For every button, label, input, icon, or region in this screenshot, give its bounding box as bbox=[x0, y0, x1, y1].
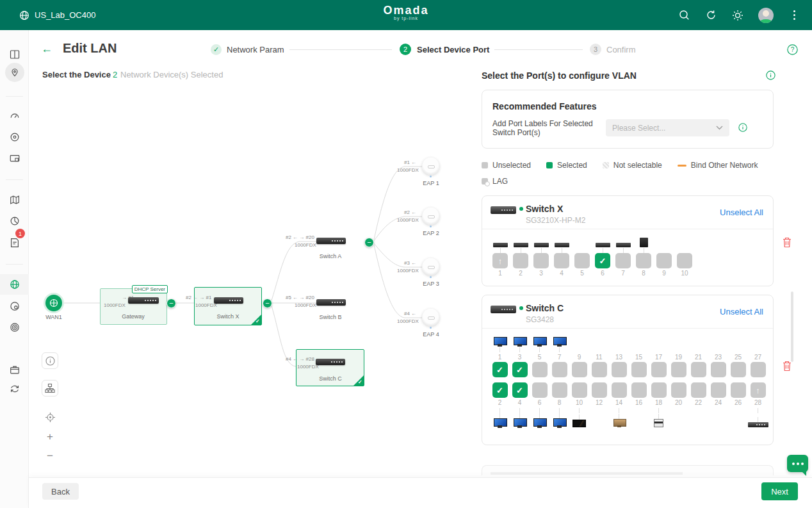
port-square-21[interactable] bbox=[691, 362, 706, 377]
port-number-6: 6 bbox=[592, 268, 613, 278]
port-square-10[interactable] bbox=[572, 382, 587, 398]
eap2-node[interactable] bbox=[422, 208, 439, 225]
site-selector[interactable]: US_Lab_OC400 bbox=[19, 0, 95, 30]
gateway-collapse-button[interactable]: − bbox=[166, 299, 176, 308]
switch-c-delete-icon[interactable] bbox=[782, 360, 792, 374]
port-square-7[interactable] bbox=[615, 253, 631, 268]
sidebar-item-toolbox[interactable] bbox=[0, 359, 29, 380]
brightness-icon[interactable] bbox=[731, 9, 744, 22]
logo-subtext: by tp-link bbox=[383, 16, 428, 20]
eap3-label: EAP 3 bbox=[422, 281, 440, 287]
next-button[interactable]: Next bbox=[761, 482, 798, 500]
feedback-chat-bubble[interactable] bbox=[787, 455, 808, 472]
port-square-25[interactable] bbox=[731, 362, 746, 377]
sidebar-item-clients[interactable] bbox=[0, 149, 29, 169]
port-square-3[interactable]: ✓ bbox=[512, 362, 528, 377]
sidebar-item-sync[interactable] bbox=[0, 379, 29, 399]
switch-x-collapse-button[interactable]: − bbox=[263, 299, 272, 308]
port-square-15[interactable] bbox=[631, 362, 647, 377]
wan-node[interactable] bbox=[45, 295, 62, 311]
refresh-icon[interactable] bbox=[704, 9, 717, 22]
port-labels-info-icon[interactable] bbox=[738, 123, 747, 135]
port-number-10: 10 bbox=[569, 398, 589, 407]
port-square-5[interactable] bbox=[574, 253, 590, 268]
port-square-11[interactable] bbox=[592, 362, 607, 377]
port-square-20[interactable] bbox=[671, 382, 686, 398]
back-arrow-icon[interactable]: ← bbox=[41, 42, 53, 56]
eap3-node[interactable] bbox=[422, 258, 439, 275]
sidebar-item-devices[interactable] bbox=[0, 127, 29, 147]
port-square-9[interactable] bbox=[656, 253, 672, 268]
port-number-1: 1 bbox=[490, 352, 510, 362]
sidebar-item-dashboard[interactable] bbox=[0, 106, 29, 126]
port-square-18[interactable] bbox=[651, 382, 667, 398]
port-square-17[interactable] bbox=[651, 362, 667, 377]
port-square-7[interactable] bbox=[552, 362, 567, 377]
port-square-8[interactable] bbox=[552, 382, 567, 398]
sidebar-item-map[interactable] bbox=[0, 190, 29, 210]
switch-a-device-image[interactable] bbox=[316, 238, 346, 244]
switch-a-collapse-button[interactable]: − bbox=[364, 238, 374, 247]
topology-zoom-in-button[interactable]: + bbox=[42, 429, 58, 445]
port-number-5: 5 bbox=[530, 352, 549, 362]
printer-icon bbox=[654, 419, 663, 427]
switch-x-delete-icon[interactable] bbox=[782, 236, 792, 250]
sidebar-item-network-security[interactable] bbox=[0, 296, 29, 316]
port-square-1[interactable]: ↑ bbox=[492, 253, 508, 268]
port-square-8[interactable] bbox=[636, 253, 651, 268]
port-square-3[interactable] bbox=[533, 253, 549, 268]
port-labels-select[interactable]: Please Select... bbox=[606, 119, 729, 136]
panel-scrollbar[interactable] bbox=[791, 291, 793, 362]
step-connector bbox=[494, 49, 583, 50]
port-square-19[interactable] bbox=[671, 362, 686, 377]
port-square-22[interactable] bbox=[691, 382, 706, 398]
port-square-13[interactable] bbox=[612, 362, 627, 377]
port-square-23[interactable] bbox=[711, 362, 726, 377]
port-square-26[interactable] bbox=[731, 382, 746, 398]
port-square-9[interactable] bbox=[572, 362, 587, 377]
back-button[interactable]: Back bbox=[42, 483, 79, 500]
sidebar-item-site[interactable] bbox=[0, 62, 29, 83]
switch-b-device-image[interactable] bbox=[316, 299, 346, 306]
search-icon[interactable] bbox=[678, 9, 690, 22]
monitor-blue-icon bbox=[494, 337, 506, 347]
eap1-node[interactable] bbox=[422, 158, 439, 175]
topology-tree-view-button[interactable] bbox=[42, 380, 58, 397]
topology-locate-button[interactable] bbox=[42, 409, 58, 425]
port-square-2[interactable] bbox=[513, 253, 528, 268]
kebab-menu-icon[interactable] bbox=[788, 9, 800, 22]
port-square-2[interactable]: ✓ bbox=[492, 382, 508, 398]
user-avatar[interactable] bbox=[758, 8, 774, 23]
eap4-port-label: #4 ← bbox=[404, 311, 416, 316]
port-square-14[interactable] bbox=[612, 382, 627, 398]
port-legend: Unselected Selected Not selectable Bind … bbox=[482, 161, 783, 193]
selected-swatch bbox=[546, 162, 553, 168]
switch-x-unselect-all-link[interactable]: Unselect All bbox=[720, 208, 763, 217]
eap4-node[interactable] bbox=[422, 309, 439, 326]
port-square-1[interactable]: ✓ bbox=[492, 362, 508, 377]
port-square-4[interactable] bbox=[554, 253, 569, 268]
port-square-27[interactable] bbox=[751, 362, 766, 377]
help-icon[interactable]: ? bbox=[787, 44, 798, 58]
switch-x-device-image bbox=[214, 297, 243, 304]
switch-c-unselect-all-link[interactable]: Unselect All bbox=[720, 307, 763, 316]
sidebar-item-logs[interactable]: 1 bbox=[0, 233, 29, 253]
port-square-24[interactable] bbox=[711, 382, 726, 398]
port-square-12[interactable] bbox=[592, 382, 607, 398]
sidebar-item-wired-networks[interactable] bbox=[0, 274, 29, 295]
sidebar-item-statistics[interactable] bbox=[0, 211, 29, 231]
topology-info-button[interactable] bbox=[42, 352, 58, 369]
port-panel-info-icon[interactable] bbox=[766, 70, 775, 83]
wan-label: WAN1 bbox=[45, 314, 63, 320]
port-square-16[interactable] bbox=[631, 382, 647, 398]
sidebar-item-wireless[interactable] bbox=[0, 317, 29, 338]
topology-zoom-out-button[interactable]: − bbox=[42, 448, 58, 464]
port-number-11: 11 bbox=[589, 352, 609, 362]
port-square-6[interactable]: ✓ bbox=[595, 253, 610, 268]
port-square-6[interactable] bbox=[532, 382, 548, 398]
port-square-4[interactable]: ✓ bbox=[512, 382, 528, 398]
step-2-label: Select Device Port bbox=[417, 45, 489, 54]
port-square-10[interactable] bbox=[677, 253, 692, 268]
port-square-28[interactable]: ↑ bbox=[751, 382, 766, 398]
port-square-5[interactable] bbox=[532, 362, 548, 377]
